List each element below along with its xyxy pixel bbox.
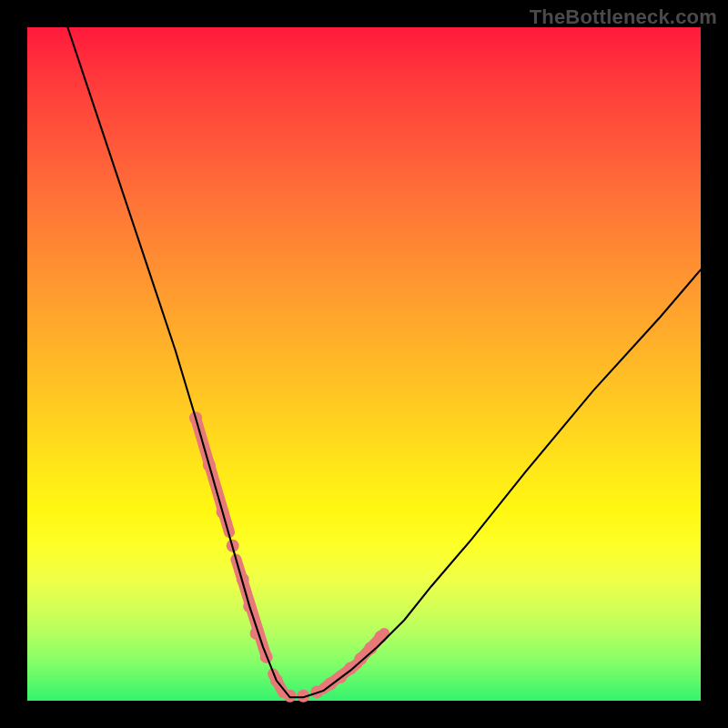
- overlay-dots-group: [189, 411, 388, 703]
- chart-svg: [27, 27, 701, 701]
- overlay-dot: [375, 631, 388, 643]
- overlay-segments-group: [196, 418, 384, 693]
- overlay-dot: [354, 652, 367, 665]
- chart-stage: TheBottleneck.com: [0, 0, 728, 728]
- plot-area: [27, 27, 701, 701]
- curve-line: [67, 27, 701, 697]
- watermark-text: TheBottleneck.com: [530, 5, 717, 29]
